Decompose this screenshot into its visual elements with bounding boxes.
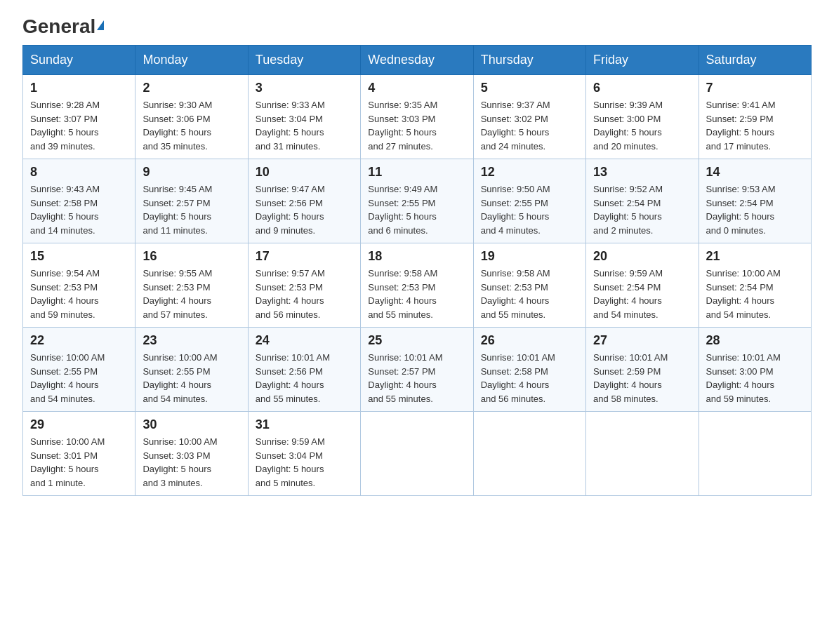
day-info: Sunrise: 10:01 AMSunset: 3:00 PMDaylight… (706, 351, 804, 405)
day-info: Sunrise: 9:47 AMSunset: 2:56 PMDaylight:… (256, 182, 353, 237)
calendar-cell (699, 412, 811, 496)
day-info: Sunrise: 9:50 AMSunset: 2:55 PMDaylight:… (481, 182, 578, 237)
day-number: 7 (706, 81, 804, 95)
day-number: 18 (368, 249, 465, 264)
day-info: Sunrise: 9:52 AMSunset: 2:54 PMDaylight:… (593, 182, 691, 237)
day-info: Sunrise: 9:28 AMSunset: 3:07 PMDaylight:… (30, 98, 128, 153)
day-number: 13 (593, 165, 691, 180)
day-info: Sunrise: 9:55 AMSunset: 2:53 PMDaylight:… (143, 267, 240, 321)
day-number: 19 (481, 249, 578, 264)
day-info: Sunrise: 10:00 AMSunset: 3:03 PMDaylight… (143, 435, 240, 490)
calendar-cell: 18Sunrise: 9:58 AMSunset: 2:53 PMDayligh… (361, 243, 473, 328)
calendar-cell: 26Sunrise: 10:01 AMSunset: 2:58 PMDaylig… (473, 328, 585, 412)
calendar-cell: 8Sunrise: 9:43 AMSunset: 2:58 PMDaylight… (23, 159, 135, 243)
calendar-cell: 3Sunrise: 9:33 AMSunset: 3:04 PMDaylight… (248, 75, 360, 159)
day-info: Sunrise: 10:00 AMSunset: 3:01 PMDaylight… (30, 435, 128, 490)
calendar-cell: 7Sunrise: 9:41 AMSunset: 2:59 PMDaylight… (699, 75, 811, 159)
weekday-header-thursday: Thursday (473, 46, 585, 75)
day-info: Sunrise: 9:39 AMSunset: 3:00 PMDaylight:… (593, 98, 691, 153)
day-info: Sunrise: 10:00 AMSunset: 2:55 PMDaylight… (143, 351, 240, 405)
day-info: Sunrise: 9:59 AMSunset: 2:54 PMDaylight:… (593, 267, 691, 321)
day-info: Sunrise: 9:30 AMSunset: 3:06 PMDaylight:… (143, 98, 240, 153)
calendar-cell: 17Sunrise: 9:57 AMSunset: 2:53 PMDayligh… (248, 243, 360, 328)
calendar-cell: 11Sunrise: 9:49 AMSunset: 2:55 PMDayligh… (361, 159, 473, 243)
calendar-cell: 4Sunrise: 9:35 AMSunset: 3:03 PMDaylight… (361, 75, 473, 159)
day-number: 29 (30, 417, 128, 432)
logo-line1: General (22, 17, 104, 36)
day-number: 3 (256, 81, 353, 95)
day-number: 14 (706, 165, 804, 180)
day-info: Sunrise: 10:01 AMSunset: 2:56 PMDaylight… (256, 351, 353, 405)
week-row-2: 8Sunrise: 9:43 AMSunset: 2:58 PMDaylight… (23, 159, 812, 243)
day-number: 11 (368, 165, 465, 180)
week-row-3: 15Sunrise: 9:54 AMSunset: 2:53 PMDayligh… (23, 243, 812, 328)
logo-general: General (22, 15, 95, 37)
day-info: Sunrise: 9:57 AMSunset: 2:53 PMDaylight:… (256, 267, 353, 321)
calendar-cell: 31Sunrise: 9:59 AMSunset: 3:04 PMDayligh… (248, 412, 360, 496)
calendar-cell: 21Sunrise: 10:00 AMSunset: 2:54 PMDaylig… (699, 243, 811, 328)
day-number: 24 (256, 333, 353, 348)
calendar-cell: 23Sunrise: 10:00 AMSunset: 2:55 PMDaylig… (135, 328, 248, 412)
day-number: 27 (593, 333, 691, 348)
calendar-cell: 1Sunrise: 9:28 AMSunset: 3:07 PMDaylight… (23, 75, 135, 159)
day-number: 4 (368, 81, 465, 95)
calendar-cell (361, 412, 473, 496)
calendar-cell: 19Sunrise: 9:58 AMSunset: 2:53 PMDayligh… (473, 243, 585, 328)
day-number: 26 (481, 333, 578, 348)
calendar-cell: 15Sunrise: 9:54 AMSunset: 2:53 PMDayligh… (23, 243, 135, 328)
day-number: 1 (30, 81, 128, 95)
day-number: 17 (256, 249, 353, 264)
week-row-5: 29Sunrise: 10:00 AMSunset: 3:01 PMDaylig… (23, 412, 812, 496)
day-number: 2 (143, 81, 240, 95)
day-number: 16 (143, 249, 240, 264)
calendar-cell: 16Sunrise: 9:55 AMSunset: 2:53 PMDayligh… (135, 243, 248, 328)
day-info: Sunrise: 9:37 AMSunset: 3:02 PMDaylight:… (481, 98, 578, 153)
calendar-cell (473, 412, 585, 496)
weekday-header-friday: Friday (586, 46, 699, 75)
day-info: Sunrise: 9:53 AMSunset: 2:54 PMDaylight:… (706, 182, 804, 237)
day-number: 6 (593, 81, 691, 95)
logo: General (22, 17, 104, 36)
day-number: 5 (481, 81, 578, 95)
page-header: General (22, 17, 812, 36)
calendar-cell: 12Sunrise: 9:50 AMSunset: 2:55 PMDayligh… (473, 159, 585, 243)
day-info: Sunrise: 9:45 AMSunset: 2:57 PMDaylight:… (143, 182, 240, 237)
day-info: Sunrise: 9:54 AMSunset: 2:53 PMDaylight:… (30, 267, 128, 321)
week-row-4: 22Sunrise: 10:00 AMSunset: 2:55 PMDaylig… (23, 328, 812, 412)
calendar-cell: 25Sunrise: 10:01 AMSunset: 2:57 PMDaylig… (361, 328, 473, 412)
calendar-cell: 29Sunrise: 10:00 AMSunset: 3:01 PMDaylig… (23, 412, 135, 496)
calendar-cell: 22Sunrise: 10:00 AMSunset: 2:55 PMDaylig… (23, 328, 135, 412)
day-number: 21 (706, 249, 804, 264)
day-info: Sunrise: 10:00 AMSunset: 2:54 PMDaylight… (706, 267, 804, 321)
weekday-header-wednesday: Wednesday (361, 46, 473, 75)
calendar-cell: 9Sunrise: 9:45 AMSunset: 2:57 PMDaylight… (135, 159, 248, 243)
day-info: Sunrise: 10:01 AMSunset: 2:58 PMDaylight… (481, 351, 578, 405)
day-info: Sunrise: 9:35 AMSunset: 3:03 PMDaylight:… (368, 98, 465, 153)
weekday-header-row: SundayMondayTuesdayWednesdayThursdayFrid… (23, 46, 812, 75)
calendar-cell: 6Sunrise: 9:39 AMSunset: 3:00 PMDaylight… (586, 75, 699, 159)
weekday-header-tuesday: Tuesday (248, 46, 360, 75)
day-info: Sunrise: 9:43 AMSunset: 2:58 PMDaylight:… (30, 182, 128, 237)
day-info: Sunrise: 10:01 AMSunset: 2:57 PMDaylight… (368, 351, 465, 405)
calendar-cell: 27Sunrise: 10:01 AMSunset: 2:59 PMDaylig… (586, 328, 699, 412)
week-row-1: 1Sunrise: 9:28 AMSunset: 3:07 PMDaylight… (23, 75, 812, 159)
day-info: Sunrise: 10:00 AMSunset: 2:55 PMDaylight… (30, 351, 128, 405)
calendar-cell: 24Sunrise: 10:01 AMSunset: 2:56 PMDaylig… (248, 328, 360, 412)
day-info: Sunrise: 9:58 AMSunset: 2:53 PMDaylight:… (481, 267, 578, 321)
calendar-cell: 5Sunrise: 9:37 AMSunset: 3:02 PMDaylight… (473, 75, 585, 159)
day-info: Sunrise: 10:01 AMSunset: 2:59 PMDaylight… (593, 351, 691, 405)
calendar-cell: 2Sunrise: 9:30 AMSunset: 3:06 PMDaylight… (135, 75, 248, 159)
weekday-header-saturday: Saturday (699, 46, 811, 75)
day-info: Sunrise: 9:59 AMSunset: 3:04 PMDaylight:… (256, 435, 353, 490)
day-info: Sunrise: 9:33 AMSunset: 3:04 PMDaylight:… (256, 98, 353, 153)
day-number: 12 (481, 165, 578, 180)
calendar-cell (586, 412, 699, 496)
weekday-header-sunday: Sunday (23, 46, 135, 75)
day-number: 15 (30, 249, 128, 264)
day-info: Sunrise: 9:41 AMSunset: 2:59 PMDaylight:… (706, 98, 804, 153)
calendar-cell: 13Sunrise: 9:52 AMSunset: 2:54 PMDayligh… (586, 159, 699, 243)
day-info: Sunrise: 9:58 AMSunset: 2:53 PMDaylight:… (368, 267, 465, 321)
day-number: 10 (256, 165, 353, 180)
day-number: 28 (706, 333, 804, 348)
day-info: Sunrise: 9:49 AMSunset: 2:55 PMDaylight:… (368, 182, 465, 237)
